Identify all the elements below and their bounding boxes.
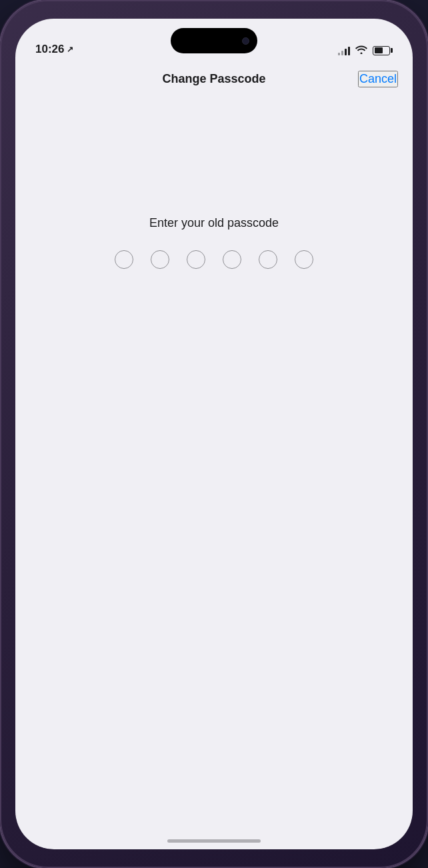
time-label: 10:26 — [35, 43, 64, 56]
battery-icon — [373, 46, 393, 55]
main-content: Enter your old passcode — [15, 96, 413, 849]
passcode-dot-5 — [259, 250, 277, 269]
passcode-prompt-text: Enter your old passcode — [149, 216, 279, 230]
dynamic-island — [171, 28, 257, 53]
signal-bar-2 — [341, 51, 343, 55]
phone-frame: 10:26 ↗ — [0, 0, 428, 868]
cancel-button[interactable]: Cancel — [358, 71, 398, 87]
wifi-icon — [355, 45, 367, 56]
camera-dot — [242, 37, 249, 45]
phone-screen: 10:26 ↗ — [15, 19, 413, 849]
battery-fill — [375, 47, 383, 53]
signal-bar-1 — [338, 53, 340, 55]
status-time: 10:26 ↗ — [35, 43, 73, 56]
passcode-dot-2 — [151, 250, 169, 269]
navigation-bar: Change Passcode Cancel — [15, 61, 413, 96]
signal-bar-3 — [345, 49, 347, 55]
battery-body — [373, 46, 390, 55]
status-icons — [338, 45, 393, 56]
page-title: Change Passcode — [162, 72, 265, 86]
signal-bar-4 — [348, 47, 350, 55]
passcode-dot-6 — [295, 250, 313, 269]
home-indicator — [167, 839, 261, 843]
passcode-dots-container — [115, 250, 313, 269]
passcode-dot-3 — [187, 250, 205, 269]
location-icon: ↗ — [67, 45, 73, 54]
signal-bars-icon — [338, 46, 350, 55]
passcode-dot-1 — [115, 250, 133, 269]
battery-cap — [391, 48, 393, 53]
passcode-dot-4 — [223, 250, 241, 269]
